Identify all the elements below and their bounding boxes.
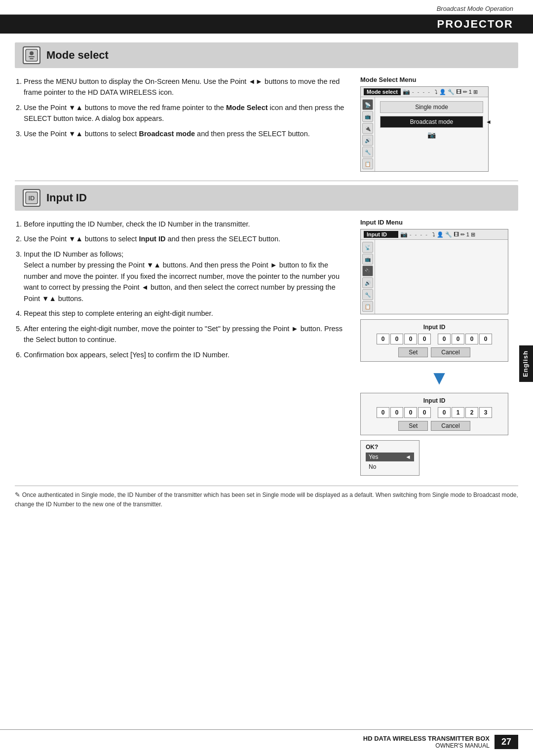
mode-select-section-header: Mode select	[15, 42, 518, 68]
input-id-step-3: Input the ID Number as follows; Select a…	[24, 249, 350, 304]
footer-text: HD DATA WIRELESS TRANSMITTER BOX OWNER'S…	[363, 735, 490, 749]
icon-grid2: ⊞	[471, 231, 475, 238]
note-text: Once authenticated in Single mode, the I…	[15, 491, 518, 508]
input-id-dashes: - - - -	[410, 231, 428, 237]
digit2-0-3: 0	[404, 407, 417, 418]
input-id-box-1-digits: 0 0 0 0 0 0 0 0	[366, 334, 503, 344]
digit2-1-6: 1	[452, 407, 464, 418]
single-mode-option: Single mode	[380, 101, 483, 113]
mode-select-right-panel: Mode Select Menu Mode select 📷 - - - - ⤵…	[360, 76, 518, 172]
no-label: No	[369, 463, 376, 470]
english-tab-label: English	[522, 350, 529, 377]
english-tab: English	[519, 345, 533, 382]
icon-one2: 1	[466, 231, 469, 237]
svg-text:ID: ID	[29, 194, 35, 202]
input-id-box-2: Input ID 0 0 0 0 0 1 2 3	[360, 393, 508, 435]
mode-select-menu-icons: ⤵ 👤 🔧 🎞 ✏ 1 ⊞	[435, 89, 478, 95]
digit-group-2-right: 0 1 2 3	[438, 407, 492, 418]
input-id-menu-cam: 📷	[400, 231, 408, 238]
set-button-1[interactable]: Set	[398, 347, 428, 357]
input-id-step-1: Before inputting the ID Number, check th…	[24, 219, 350, 229]
no-option[interactable]: No	[366, 462, 414, 471]
input-id-box-2-buttons: Set Cancel	[366, 421, 503, 431]
footer-brand: HD DATA WIRELESS TRANSMITTER BOX	[363, 735, 490, 742]
input-id-menu-box: Input ID 📷 - - - - ⤵ 👤 🔧 🎞 ✏ 1 ⊞ 📡 📺	[360, 229, 508, 314]
digit2-0-5: 0	[438, 407, 451, 418]
input-id-icon: ID	[23, 189, 40, 207]
input-id-step-6: Confirmation box appears, select [Yes] t…	[24, 349, 350, 360]
input-id-step-2: Use the Point ▼▲ buttons to select Input…	[24, 233, 350, 244]
mode-select-icon	[23, 46, 40, 64]
input-id-content: Before inputting the ID Number, check th…	[0, 211, 533, 481]
input-id-menu-main	[375, 240, 508, 314]
svg-rect-2	[29, 56, 35, 57]
input-id-menu-name: Input ID	[364, 231, 398, 238]
cancel-button-2[interactable]: Cancel	[431, 421, 470, 431]
digit-0-5: 0	[438, 334, 451, 344]
icon-film: 🎞	[456, 89, 461, 95]
input-sidebar-icon-3: 🔌	[362, 265, 373, 276]
digit-0-1: 0	[377, 334, 389, 344]
input-id-menu-body: 📡 📺 🔌 🔊 🔧 📋	[361, 240, 508, 314]
digit2-0-1: 0	[377, 407, 389, 418]
footer-manual: OWNER'S MANUAL	[363, 742, 490, 749]
mode-select-menu-icon-cam: 📷	[403, 88, 410, 95]
yes-arrow-icon: ◄	[405, 454, 411, 460]
input-id-box-1-buttons: Set Cancel	[366, 347, 503, 357]
digit-0-4: 0	[418, 334, 431, 344]
note-area: ✎ Once authenticated in Single mode, the…	[15, 486, 518, 509]
icon-arrow2: ⤵	[432, 231, 435, 237]
input-id-section-header: ID Input ID	[15, 185, 518, 211]
input-sidebar-icon-2: 📺	[362, 254, 373, 265]
sidebar-icon-3: 🔌	[362, 123, 373, 134]
mode-select-sidebar-icons: 📡 📺 🔌 🔊 🔧 📋	[361, 97, 375, 171]
set-button-2[interactable]: Set	[398, 421, 428, 431]
cancel-button-1[interactable]: Cancel	[431, 347, 470, 357]
sidebar-icon-4: 🔊	[362, 135, 373, 146]
input-sidebar-icon-4: 🔊	[362, 277, 373, 288]
input-id-steps: Before inputting the ID Number, check th…	[15, 219, 350, 364]
icon-wrench: 🔧	[448, 89, 455, 95]
input-id-right-panel: Input ID Menu Input ID 📷 - - - - ⤵ 👤 🔧 🎞…	[360, 219, 518, 476]
svg-rect-3	[30, 58, 34, 59]
digit-0-7: 0	[465, 334, 478, 344]
svg-point-1	[30, 51, 34, 55]
input-id-menu-top-bar: Input ID 📷 - - - - ⤵ 👤 🔧 🎞 ✏ 1 ⊞	[361, 229, 508, 240]
yes-label: Yes	[369, 454, 379, 460]
input-id-box-2-digits: 0 0 0 0 0 1 2 3	[366, 407, 503, 418]
yes-option[interactable]: Yes ◄	[366, 453, 414, 461]
icon-pencil: ✏	[463, 89, 467, 95]
mode-select-menu-label: Mode Select Menu	[360, 76, 518, 83]
icon-person2: 👤	[437, 231, 444, 238]
input-id-step-4: Repeat this step to complete entering an…	[24, 308, 350, 319]
sidebar-icon-5: 🔧	[362, 147, 373, 157]
input-sidebar-icon-6: 📋	[362, 301, 373, 312]
icon-wrench2: 🔧	[445, 231, 452, 238]
mode-select-step-2: Use the Point ▼▲ buttons to move the red…	[24, 102, 350, 124]
mode-select-main-content: Single mode Broadcast mode 📷	[375, 97, 488, 171]
icon-one: 1	[469, 89, 472, 95]
sidebar-icon-6: 📋	[362, 158, 373, 169]
menu-icon-small: 📷	[380, 131, 483, 139]
digit2-0-4: 0	[418, 407, 431, 418]
sidebar-icon-2: 📺	[362, 111, 373, 122]
mode-select-step-3: Use the Point ▼▲ buttons to select Broad…	[24, 128, 350, 139]
confirm-container: OK? Yes ◄ No	[360, 440, 518, 476]
input-id-box-2-title: Input ID	[366, 397, 503, 404]
digit2-3-8: 3	[479, 407, 492, 418]
mode-select-content: Press the MENU button to display the On-…	[0, 68, 533, 177]
input-id-box-1: Input ID 0 0 0 0 0 0 0 0	[360, 319, 508, 362]
input-sidebar-icon-5: 🔧	[362, 289, 373, 300]
input-id-box-2-inner: Input ID 0 0 0 0 0 1 2 3	[361, 393, 508, 435]
digit-group-1-right: 0 0 0 0	[438, 334, 492, 344]
broadcast-mode-option: Broadcast mode	[380, 116, 483, 128]
confirm-box: OK? Yes ◄ No	[360, 440, 419, 476]
input-id-menu-label: Input ID Menu	[360, 219, 518, 226]
confirm-title: OK?	[366, 444, 414, 451]
projector-title-bar: PROJECTOR	[0, 15, 533, 34]
icon-film2: 🎞	[454, 231, 459, 237]
arrow-down: ▼	[360, 367, 518, 389]
input-id-box-1-title: Input ID	[366, 324, 503, 331]
mode-select-step-1: Press the MENU button to display the On-…	[24, 76, 350, 98]
input-id-box-1-inner: Input ID 0 0 0 0 0 0 0 0	[361, 320, 508, 361]
